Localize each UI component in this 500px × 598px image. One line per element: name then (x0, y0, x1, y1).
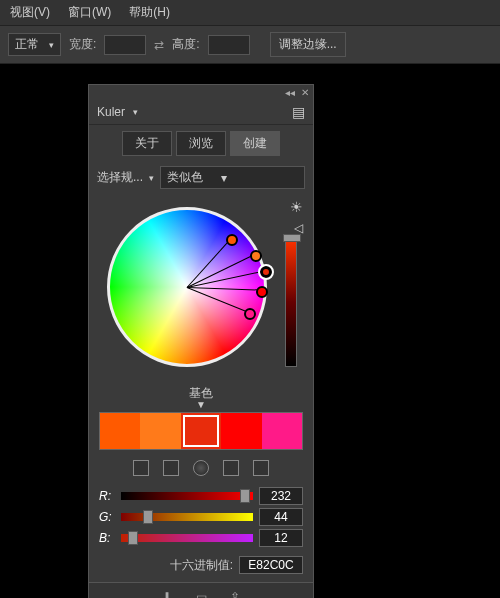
b-label: B: (99, 531, 115, 545)
r-slider[interactable] (121, 492, 253, 500)
r-value[interactable]: 232 (259, 487, 303, 505)
toolbar: 正常 ▾ 宽度: ⇄ 高度: 调整边缘... (0, 26, 500, 64)
color-wheel[interactable] (107, 207, 267, 367)
r-knob[interactable] (240, 489, 250, 503)
swatch-0[interactable] (100, 413, 140, 449)
close-icon[interactable]: ✕ (301, 87, 309, 98)
swatch-3[interactable] (221, 413, 261, 449)
upload-icon[interactable]: ⇪ (226, 589, 244, 598)
save-icon[interactable]: ▭ (192, 589, 210, 598)
blend-mode-dropdown[interactable]: 正常 ▾ (8, 33, 61, 56)
brightness-slider[interactable] (285, 237, 297, 367)
swatch-2[interactable] (181, 413, 221, 449)
chevron-down-icon: ▾ (221, 171, 227, 185)
g-label: G: (99, 510, 115, 524)
panel-menu-icon[interactable]: ▤ (292, 104, 305, 120)
swatch-1[interactable] (140, 413, 180, 449)
b-slider[interactable] (121, 534, 253, 542)
height-input[interactable] (208, 35, 250, 55)
swatch-strip (99, 412, 303, 450)
disabled-icon (193, 460, 209, 476)
collapse-icon[interactable]: ◂◂ (285, 87, 295, 98)
g-value[interactable]: 44 (259, 508, 303, 526)
rgb-sliders: R: 232 G: 44 B: 12 (89, 482, 313, 552)
width-label: 宽度: (69, 36, 96, 53)
panel-footer: ⬇ ▭ ⇪ (89, 582, 313, 598)
tab-browse[interactable]: 浏览 (176, 131, 226, 156)
rule-row: 选择规... ▾ 类似色 ▾ (89, 162, 313, 193)
brightness-knob[interactable] (283, 234, 301, 242)
remove-swatch-icon[interactable] (163, 460, 179, 476)
refine-edges-button[interactable]: 调整边缘... (270, 32, 346, 57)
panel-controls: ◂◂ ✕ (89, 85, 313, 100)
chevron-down-icon[interactable]: ▾ (133, 107, 138, 117)
g-slider[interactable] (121, 513, 253, 521)
panel-title-text: Kuler (97, 105, 125, 119)
hex-input[interactable]: E82C0C (239, 556, 303, 574)
indicator-icon: ◁ (294, 221, 303, 235)
menu-help[interactable]: 帮助(H) (129, 4, 170, 21)
hex-label: 十六进制值: (170, 557, 233, 574)
panel-titlebar: Kuler ▾ ▤ (89, 100, 313, 125)
menu-view[interactable]: 视图(V) (10, 4, 50, 21)
color-wheel-area: ☀ ◁ (89, 193, 313, 383)
chevron-down-icon: ▾ (49, 40, 54, 50)
base-color-marker: ▼ (89, 402, 313, 408)
kuler-panel: ◂◂ ✕ Kuler ▾ ▤ 关于 浏览 创建 选择规... ▾ 类似色 ▾ (88, 84, 314, 598)
menubar: 视图(V) 窗口(W) 帮助(H) (0, 0, 500, 26)
download-icon[interactable]: ⬇ (158, 589, 176, 598)
r-label: R: (99, 489, 115, 503)
width-input[interactable] (104, 35, 146, 55)
height-label: 高度: (172, 36, 199, 53)
b-value[interactable]: 12 (259, 529, 303, 547)
grid-icon[interactable] (223, 460, 239, 476)
swatch-4[interactable] (262, 413, 302, 449)
tab-bar: 关于 浏览 创建 (89, 125, 313, 162)
tab-about[interactable]: 关于 (122, 131, 172, 156)
chevron-down-icon[interactable]: ▾ (149, 173, 154, 183)
brightness-icon: ☀ (290, 199, 303, 215)
options-icon[interactable] (253, 460, 269, 476)
b-knob[interactable] (128, 531, 138, 545)
rule-dropdown[interactable]: 类似色 ▾ (160, 166, 305, 189)
hex-row: 十六进制值: E82C0C (89, 552, 313, 582)
tab-create[interactable]: 创建 (230, 131, 280, 156)
swatch-tools (89, 454, 313, 482)
rule-value: 类似色 (167, 169, 203, 186)
rule-label: 选择规... (97, 169, 143, 186)
swap-icon[interactable]: ⇄ (154, 38, 164, 52)
g-knob[interactable] (143, 510, 153, 524)
menu-window[interactable]: 窗口(W) (68, 4, 111, 21)
add-swatch-icon[interactable] (133, 460, 149, 476)
blend-mode-value: 正常 (15, 36, 39, 53)
